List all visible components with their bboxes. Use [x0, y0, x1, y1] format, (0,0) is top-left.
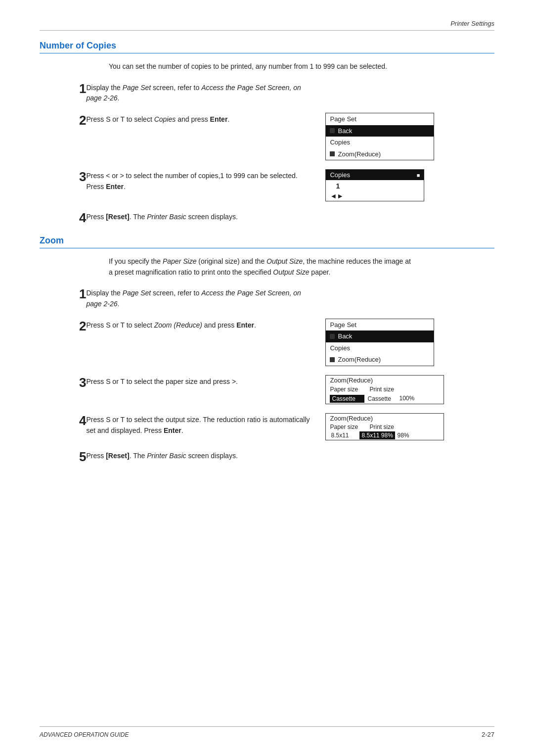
step-right: Page Set Back Copies Zoom(Reduce)	[325, 113, 434, 160]
zoom4-pct: 98%	[397, 432, 409, 439]
section2-step3: 3 Press S or T to select the paper size …	[40, 375, 494, 404]
step-content: Press S or T to select the paper size an…	[86, 375, 313, 387]
screen-row-highlighted: Back	[326, 125, 434, 137]
zoom4-col2-header: Print size	[369, 424, 394, 430]
step-content: Press [Reset]. The Printer Basic screen …	[86, 210, 313, 223]
section1-step1: 1 Display the Page Set screen, refer to …	[40, 81, 494, 104]
step-content: Press S or T to select Zoom (Reduce) and…	[86, 319, 313, 331]
section-zoom: Zoom If you specify the Paper Size (orig…	[40, 236, 494, 465]
copies-screen: Copies ■ 1 ◄►	[325, 169, 424, 201]
step-number: 4	[40, 413, 86, 428]
pageset1-screen: Page Set Back Copies Zoom(Reduce)	[325, 113, 434, 160]
copies-value: 1	[326, 180, 424, 191]
step-number: 4	[40, 210, 86, 226]
section2-step5: 5 Press [Reset]. The Printer Basic scree…	[40, 449, 494, 465]
zoom3-title: Zoom(Reduce)	[326, 376, 444, 385]
page: Printer Settings Number of Copies You ca…	[0, 0, 534, 756]
step-number: 3	[40, 169, 86, 185]
section2-step4: 4 Press S or T to select the output size…	[40, 413, 494, 440]
step-number: 5	[40, 449, 86, 465]
zoom4-title: Zoom(Reduce)	[326, 414, 444, 423]
step-right: Zoom(Reduce) Paper size Print size 8.5x1…	[325, 413, 444, 440]
pageset2-screen: Page Set Back Copies Zoom(Reduce)	[325, 319, 434, 366]
step-number: 2	[40, 319, 86, 334]
bullet-icon	[330, 128, 335, 133]
step-right: Page Set Back Copies Zoom(Reduce)	[325, 319, 434, 366]
step-content: Display the Page Set screen, refer to Ac…	[86, 286, 313, 309]
zoom4-col1-value: 8.5x11	[330, 431, 359, 439]
zoom4-col1-header: Paper size	[330, 424, 369, 430]
zoom3-screen: Zoom(Reduce) Paper size Print size Casse…	[325, 375, 444, 404]
section1-step2: 2 Press S or T to select Copies and pres…	[40, 113, 494, 160]
step-number: 1	[40, 81, 86, 96]
step-content: Press S or T to select the output size. …	[86, 413, 313, 436]
section2-title: Zoom	[40, 236, 494, 246]
bullet-icon	[330, 151, 335, 156]
section2-intro: If you specify the Paper Size (original …	[109, 256, 415, 278]
copies-title-row: Copies ■	[326, 170, 424, 180]
step-number: 2	[40, 113, 86, 128]
section1-step4: 4 Press [Reset]. The Printer Basic scree…	[40, 210, 494, 226]
page-footer: ADVANCED OPERATION GUIDE 2-27	[40, 726, 494, 738]
screen-row: Zoom(Reduce)	[326, 148, 434, 160]
section2-step2: 2 Press S or T to select Zoom (Reduce) a…	[40, 319, 494, 366]
zoom3-headers: Paper size Print size	[326, 385, 444, 394]
screen-row: Copies	[326, 137, 434, 148]
zoom4-screen: Zoom(Reduce) Paper size Print size 8.5x1…	[325, 413, 444, 440]
screen-row: Page Set	[326, 113, 434, 125]
step-right: Copies ■ 1 ◄►	[325, 169, 424, 201]
zoom4-col2-value: 8.5x11 98%	[359, 431, 395, 439]
zoom3-col2-value: Cassette	[364, 395, 399, 403]
step-content: Press S or T to select Copies and press …	[86, 113, 313, 125]
screen-row: Zoom(Reduce)	[326, 354, 434, 366]
step-number: 1	[40, 286, 86, 302]
section1-title: Number of Copies	[40, 41, 494, 51]
step-content: Press < or > to select the number of cop…	[86, 169, 313, 192]
zoom3-col2-header: Print size	[369, 386, 394, 393]
page-header: Printer Settings	[40, 20, 494, 31]
section1-step3: 3 Press < or > to select the number of c…	[40, 169, 494, 201]
header-title: Printer Settings	[450, 20, 494, 27]
step-right: Zoom(Reduce) Paper size Print size Casse…	[325, 375, 444, 404]
zoom3-col1-header: Paper size	[330, 386, 369, 393]
zoom4-data-row: 8.5x11 8.5x11 98% 98%	[326, 431, 444, 440]
footer-right: 2-27	[482, 731, 494, 738]
copies-arrows: ◄►	[326, 191, 424, 201]
step-content: Press [Reset]. The Printer Basic screen …	[86, 449, 313, 462]
zoom3-data-row: Cassette Cassette 100%	[326, 394, 444, 404]
zoom4-headers: Paper size Print size	[326, 423, 444, 431]
bullet-icon	[330, 357, 335, 362]
screen-row: Copies	[326, 342, 434, 354]
section2-divider	[40, 248, 494, 248]
step-content: Display the Page Set screen, refer to Ac…	[86, 81, 313, 104]
section1-intro: You can set the number of copies to be p…	[109, 61, 415, 72]
screen-row: Page Set	[326, 319, 434, 331]
step-number: 3	[40, 375, 86, 390]
bullet-icon	[330, 334, 335, 339]
section-number-of-copies: Number of Copies You can set the number …	[40, 41, 494, 226]
section2-step1: 1 Display the Page Set screen, refer to …	[40, 286, 494, 309]
section1-divider	[40, 53, 494, 53]
screen-row-highlighted: Back	[326, 331, 434, 342]
footer-left: ADVANCED OPERATION GUIDE	[40, 731, 129, 738]
zoom3-pct: 100%	[399, 395, 414, 403]
zoom3-col1-value: Cassette	[330, 395, 364, 403]
